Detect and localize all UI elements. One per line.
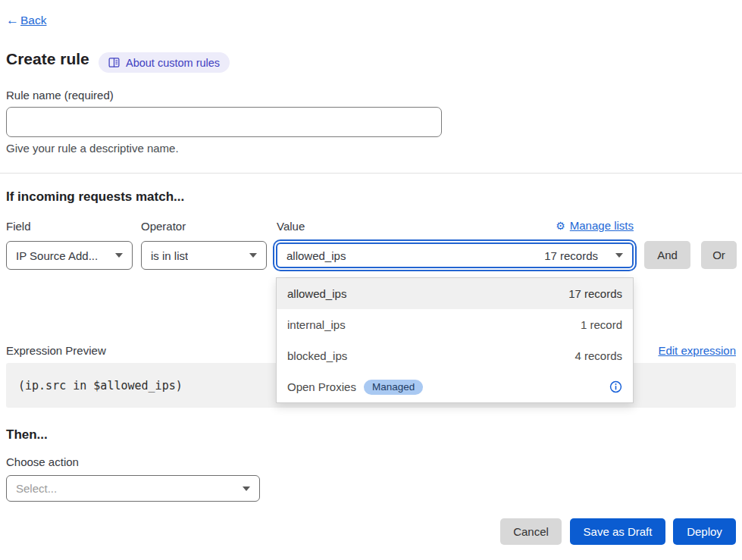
action-select[interactable]: Select... <box>6 475 260 502</box>
back-arrow-icon: ← <box>6 13 19 28</box>
chevron-down-icon <box>615 253 623 258</box>
list-option-open-proxies[interactable]: Open Proxies Managed <box>277 371 633 402</box>
edit-expression-link[interactable]: Edit expression <box>658 344 736 357</box>
expression-code: (ip.src in $allowed_ips) <box>18 379 183 393</box>
manage-lists-link[interactable]: ⚙ Manage lists <box>556 219 634 232</box>
value-column-label: Value <box>277 220 305 233</box>
back-link[interactable]: ← Back <box>6 13 46 28</box>
list-option-name: blocked_ips <box>287 349 347 362</box>
field-select[interactable]: IP Source Add... <box>6 241 133 270</box>
then-section-heading: Then... <box>6 427 48 443</box>
value-select-value: allowed_ips <box>286 249 346 262</box>
field-column-label: Field <box>6 220 31 233</box>
list-option-name: internal_ips <box>287 318 346 331</box>
managed-badge: Managed <box>364 380 423 395</box>
manage-lists-label: Manage lists <box>570 219 634 232</box>
choose-action-label: Choose action <box>6 455 79 468</box>
list-option-records: 4 records <box>575 349 622 362</box>
list-option-allowed-ips[interactable]: allowed_ips 17 records <box>277 278 633 309</box>
chevron-down-icon <box>249 253 257 258</box>
section-divider <box>0 173 742 174</box>
operator-select-value: is in list <box>151 249 188 262</box>
rule-name-label: Rule name (required) <box>6 89 114 102</box>
about-badge-label: About custom rules <box>126 57 220 69</box>
expression-preview-label: Expression Preview <box>6 344 106 357</box>
list-option-name: Open Proxies <box>287 380 356 393</box>
chevron-down-icon <box>115 253 123 258</box>
value-select[interactable]: allowed_ips 17 records <box>276 242 634 268</box>
operator-column-label: Operator <box>141 220 186 233</box>
chevron-down-icon <box>243 486 250 491</box>
info-icon[interactable] <box>609 380 622 393</box>
rule-name-input[interactable] <box>6 107 442 137</box>
rule-name-helper: Give your rule a descriptive name. <box>6 142 179 155</box>
or-button[interactable]: Or <box>701 241 737 269</box>
list-dropdown: allowed_ips 17 records internal_ips 1 re… <box>276 277 634 403</box>
list-option-records: 17 records <box>568 287 622 300</box>
field-select-value: IP Source Add... <box>16 249 98 262</box>
action-select-placeholder: Select... <box>16 482 57 495</box>
and-button[interactable]: And <box>644 241 690 269</box>
operator-select[interactable]: is in list <box>141 241 267 270</box>
list-option-blocked-ips[interactable]: blocked_ips 4 records <box>277 340 633 371</box>
value-select-record-count: 17 records <box>544 249 598 262</box>
gear-icon: ⚙ <box>556 220 565 232</box>
back-link-label: Back <box>20 14 46 27</box>
page-title: Create rule <box>6 50 89 68</box>
cancel-button[interactable]: Cancel <box>500 518 562 545</box>
list-option-internal-ips[interactable]: internal_ips 1 record <box>277 309 633 340</box>
about-custom-rules-link[interactable]: About custom rules <box>99 52 230 73</box>
match-section-heading: If incoming requests match... <box>6 189 184 205</box>
list-option-records: 1 record <box>581 318 622 331</box>
save-as-draft-button[interactable]: Save as Draft <box>570 518 665 545</box>
list-option-name: allowed_ips <box>287 287 346 300</box>
deploy-button[interactable]: Deploy <box>673 518 736 545</box>
book-icon <box>108 57 120 68</box>
create-rule-page: ← Back Create rule About custom rules Ru… <box>0 0 742 560</box>
